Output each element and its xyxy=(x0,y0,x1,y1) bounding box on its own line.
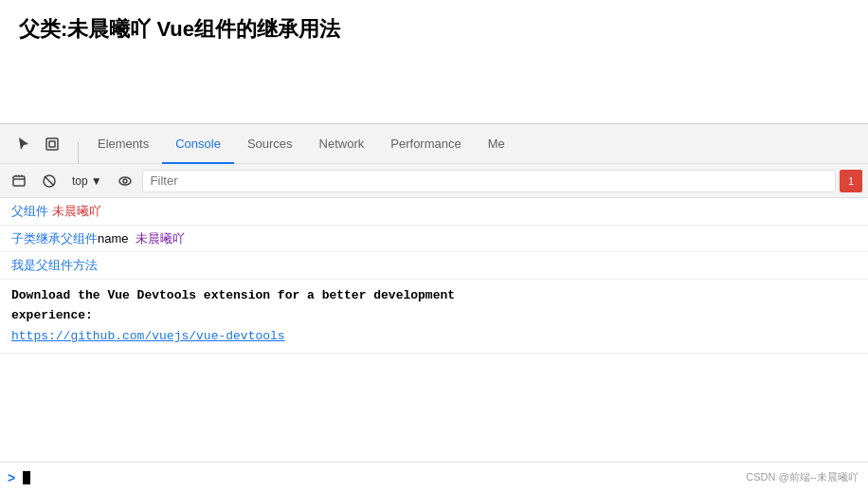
tab-memory[interactable]: Me xyxy=(475,125,518,164)
console-prompt-icon: > xyxy=(8,470,15,485)
tab-icon-group xyxy=(4,124,72,163)
svg-rect-1 xyxy=(49,141,55,147)
filter-input[interactable] xyxy=(142,170,836,192)
tab-sources[interactable]: Sources xyxy=(234,125,306,164)
console-vue-devtools-text: Download the Vue Devtools extension for … xyxy=(11,288,455,344)
devtools-panel: Elements Console Sources Network Perform… xyxy=(0,123,868,492)
console-text-username-2: 未晨曦吖 xyxy=(136,229,185,248)
tab-network[interactable]: Network xyxy=(306,125,378,164)
context-selector[interactable]: top ▼ xyxy=(66,173,108,190)
svg-rect-2 xyxy=(13,176,25,186)
console-line-3: 我是父组件方法 xyxy=(0,252,868,280)
svg-line-8 xyxy=(45,176,54,186)
tab-console[interactable]: Console xyxy=(162,125,234,164)
block-errors-button[interactable] xyxy=(36,168,63,194)
console-input-line: > xyxy=(0,462,868,492)
console-line-2: 子类继承父组件 name 未晨曦吖 xyxy=(0,226,868,253)
console-text-name-key: name xyxy=(98,229,136,248)
error-badge: 1 xyxy=(840,170,862,192)
console-text-username-1: 未晨曦吖 xyxy=(52,202,101,221)
tab-elements[interactable]: Elements xyxy=(84,125,162,164)
console-cursor xyxy=(23,471,30,484)
live-expressions-button[interactable] xyxy=(112,168,138,194)
context-label: top xyxy=(72,174,88,188)
console-line-1: 父组件 未晨曦吖 xyxy=(0,198,868,226)
page-area: 父类:未晨曦吖 Vue组件的继承用法 xyxy=(0,0,868,123)
clear-console-button[interactable] xyxy=(6,168,32,194)
tab-divider xyxy=(78,142,79,163)
cursor-icon-btn[interactable] xyxy=(11,132,36,156)
svg-rect-0 xyxy=(46,138,58,150)
watermark: CSDN @前端--未晨曦吖 xyxy=(746,470,859,484)
console-text-subclass: 子类继承父组件 xyxy=(11,229,98,248)
tab-performance[interactable]: Performance xyxy=(377,125,474,164)
inspect-icon-btn[interactable] xyxy=(40,132,64,156)
dropdown-arrow-icon: ▼ xyxy=(91,174,102,188)
tab-bar: Elements Console Sources Network Perform… xyxy=(0,124,868,164)
svg-point-9 xyxy=(119,177,131,185)
console-text-method: 我是父组件方法 xyxy=(11,256,98,275)
vue-devtools-link[interactable]: https://github.com/vuejs/vue-devtools xyxy=(11,329,285,343)
console-text-father-component: 父组件 xyxy=(11,202,52,221)
svg-point-10 xyxy=(123,179,127,183)
console-output: 父组件 未晨曦吖 子类继承父组件 name 未晨曦吖 我是父组件方法 Downl… xyxy=(0,198,868,462)
page-title: 父类:未晨曦吖 Vue组件的继承用法 xyxy=(19,15,340,44)
console-toolbar: top ▼ 1 xyxy=(0,164,868,198)
console-vue-devtools-message: Download the Vue Devtools extension for … xyxy=(0,280,868,354)
